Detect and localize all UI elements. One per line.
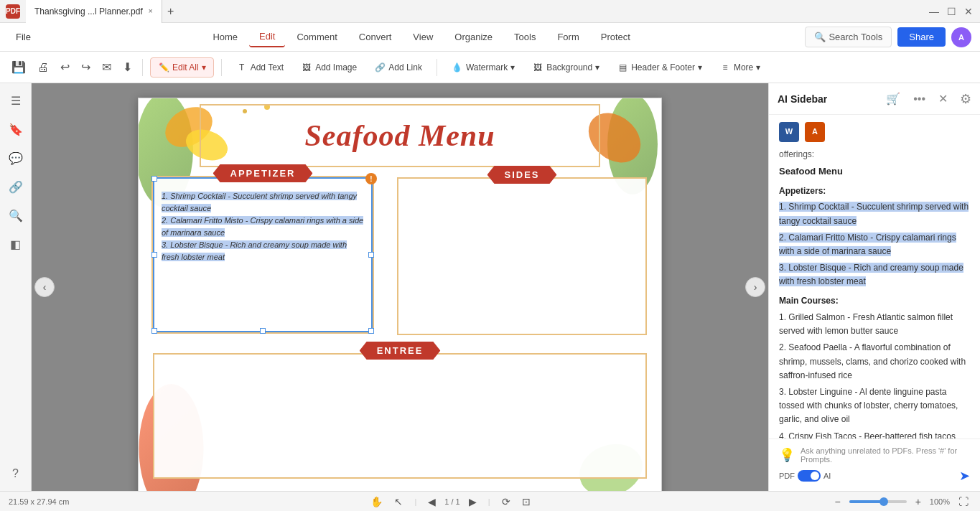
menu-view[interactable]: View [403, 27, 443, 47]
toolbar-separator-3 [437, 59, 437, 76]
add-text-button[interactable]: T Add Text [229, 58, 291, 77]
add-image-button[interactable]: 🖼 Add Image [294, 58, 364, 77]
appetizer-section[interactable]: ! APPETIZER 1. Shrimp Cocktail - Succule… [151, 176, 374, 334]
sides-header: SIDES [487, 166, 556, 184]
zoom-in-button[interactable]: + [913, 496, 924, 507]
toggle-knob [811, 472, 819, 480]
search-tools-button[interactable]: 🔍 Search Tools [805, 27, 892, 47]
fullscreen-icon[interactable]: ⛶ [956, 496, 971, 507]
ai-prompt-text: Ask anything unrelated to PDFs. Press '#… [801, 446, 970, 464]
handle-bl[interactable] [151, 328, 157, 334]
toggle-switch[interactable] [798, 470, 821, 482]
zoom-thumb [879, 497, 888, 506]
sidebar-pages-icon[interactable]: ☰ [4, 89, 27, 112]
app-icon: PDF [6, 4, 20, 19]
pdf-next-button[interactable]: › [745, 277, 765, 297]
background-label: Background [546, 62, 592, 72]
close-window-button[interactable]: ✕ [963, 6, 974, 17]
text-icon: T [236, 62, 248, 73]
download-icon[interactable]: ⬇ [120, 57, 135, 77]
watermark-button[interactable]: 💧 Watermark ▾ [444, 58, 522, 77]
sidebar-help-icon[interactable]: ? [4, 462, 27, 485]
prev-page-button[interactable]: ◀ [425, 496, 439, 507]
status-bar-center: ✋ ↖ | ◀ 1 / 1 ▶ | ⟳ ⊡ [78, 496, 823, 507]
minimize-button[interactable]: — [928, 6, 940, 17]
save-icon[interactable]: 💾 [9, 57, 29, 77]
handle-br[interactable] [368, 328, 374, 334]
toolbar-separator-1 [142, 59, 143, 76]
sidebar-search-icon[interactable]: 🔍 [4, 204, 27, 227]
menu-right: 🔍 Search Tools Share A [805, 27, 971, 47]
entree-section[interactable]: ENTREE [153, 353, 647, 479]
add-link-label: Add Link [388, 62, 422, 72]
sidebar-layers-icon[interactable]: ◧ [4, 233, 27, 255]
user-avatar[interactable]: A [951, 27, 971, 47]
ai-appetizers-label: Appetizers: [779, 184, 970, 198]
menu-items: Home Edit Comment Convert View Organize … [38, 27, 805, 47]
menu-form[interactable]: Form [547, 27, 589, 47]
header-footer-button[interactable]: ▤ Header & Footer ▾ [610, 58, 709, 77]
add-link-button[interactable]: 🔗 Add Link [367, 58, 429, 77]
page-info: 1 / 1 [444, 497, 459, 506]
menu-comment[interactable]: Comment [286, 27, 347, 47]
menu-title-box: Seafood Menu [200, 104, 600, 167]
sidebar-bookmark-icon[interactable]: 🔖 [4, 118, 27, 141]
search-tools-label: Search Tools [829, 32, 882, 42]
ai-close-icon[interactable]: ✕ [935, 90, 951, 107]
active-tab[interactable]: Thanksgiving ...l Planner.pdf × [26, 0, 162, 23]
print-icon[interactable]: 🖨 [34, 58, 52, 77]
menu-convert[interactable]: Convert [349, 27, 402, 47]
ai-input-row: PDF AI ➤ [779, 468, 970, 484]
ai-settings-icon[interactable]: ⚙ [960, 91, 971, 107]
next-page-button[interactable]: ▶ [466, 496, 480, 507]
ai-sidebar: AI Sidebar 🛒 ••• ✕ ⚙ W A offerings: Seaf… [768, 83, 980, 491]
menu-title: Seafood Menu [304, 118, 495, 153]
appetizer-content: 1. Shrimp Cocktail - Succulent shrimp se… [153, 177, 373, 269]
zoom-slider[interactable] [849, 500, 907, 503]
sidebar-link-icon[interactable]: 🔗 [4, 175, 27, 198]
pdf-prev-button[interactable]: ‹ [34, 277, 55, 297]
menu-home[interactable]: Home [202, 27, 248, 47]
rotate-icon[interactable]: ⟳ [499, 496, 513, 507]
menu-organize[interactable]: Organize [444, 27, 503, 47]
more-button[interactable]: ≡ More ▾ [712, 58, 767, 77]
menu-protect[interactable]: Protect [591, 27, 640, 47]
pdf-toggle[interactable]: PDF AI [779, 470, 831, 482]
word-icon: W [779, 122, 799, 142]
close-tab-button[interactable]: × [149, 7, 153, 15]
ai-appetizer-item-3: 3. Lobster Bisque - Rich and creamy soup… [779, 261, 970, 289]
email-icon[interactable]: ✉ [99, 57, 114, 77]
entree-header: ENTREE [360, 342, 441, 360]
appetizer-item-1: 1. Shrimp Cocktail - Succulent shrimp se… [162, 192, 357, 212]
cursor-tool-icon[interactable]: ↖ [391, 496, 406, 507]
new-tab-button[interactable]: + [162, 3, 179, 20]
share-button[interactable]: Share [897, 27, 946, 47]
redo-icon[interactable]: ↪ [78, 57, 93, 77]
hand-tool-icon[interactable]: ✋ [368, 496, 386, 507]
menu-edit[interactable]: Edit [249, 27, 285, 47]
zoom-out-button[interactable]: − [831, 496, 843, 507]
background-button[interactable]: 🖼 Background ▾ [525, 58, 607, 77]
sides-section[interactable]: SIDES [397, 177, 647, 335]
file-menu[interactable]: File [9, 32, 38, 42]
ai-prompt-row: 💡 Ask anything unrelated to PDFs. Press … [779, 446, 970, 464]
menu-tools[interactable]: Tools [504, 27, 546, 47]
ai-cart-icon[interactable]: 🛒 [882, 90, 904, 107]
handle-bm[interactable] [260, 328, 266, 334]
maximize-button[interactable]: ☐ [946, 6, 957, 17]
toolbar: 💾 🖨 ↩ ↪ ✉ ⬇ ✏️ Edit All ▾ T Add Text 🖼 A… [0, 52, 980, 83]
ai-main-item-4: 4. Crispy Fish Tacos - Beer-battered fis… [779, 430, 970, 439]
status-bar: 21.59 x 27.94 cm ✋ ↖ | ◀ 1 / 1 ▶ | ⟳ ⊡ −… [0, 491, 980, 511]
send-button[interactable]: ➤ [959, 468, 970, 484]
sidebar-comment-icon[interactable]: 💬 [4, 146, 27, 169]
fit-page-icon[interactable]: ⊡ [519, 496, 533, 507]
lightbulb-icon: 💡 [779, 447, 795, 463]
ai-more-icon[interactable]: ••• [910, 91, 929, 107]
quick-actions: 💾 🖨 ↩ ↪ ✉ ⬇ [9, 57, 135, 77]
pdf-viewer[interactable]: Seafood Menu ! APPETIZER 1. Shrimp [32, 83, 768, 491]
ai-main-item-1: 1. Grilled Salmon - Fresh Atlantic salmo… [779, 311, 970, 338]
edit-all-button[interactable]: ✏️ Edit All ▾ [150, 57, 214, 78]
more-label: More [734, 62, 753, 72]
undo-icon[interactable]: ↩ [57, 57, 73, 77]
background-icon: 🖼 [532, 62, 543, 73]
